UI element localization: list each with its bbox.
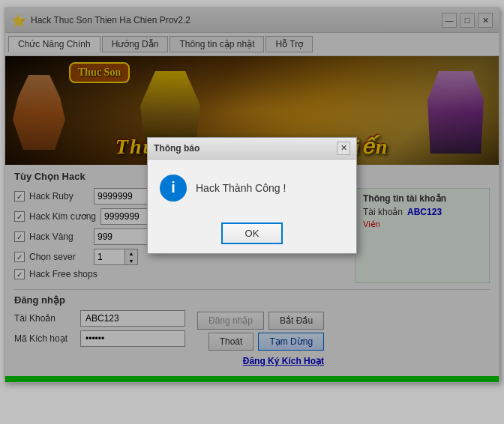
modal-overlay: Thông báo ✕ i Hack Thành Công ! OK [5,8,499,382]
modal-dialog: Thông báo ✕ i Hack Thành Công ! OK [147,137,357,254]
modal-footer: OK [148,216,356,253]
modal-title: Thông báo [154,143,200,154]
modal-ok-button[interactable]: OK [221,222,284,244]
modal-title-bar: Thông báo ✕ [148,138,356,160]
modal-body: i Hack Thành Công ! [148,160,356,216]
modal-close-button[interactable]: ✕ [337,142,350,155]
main-window: ⭐ Hack Thuc Son Thien Ha Chien Prov2.2 —… [4,7,500,383]
modal-message: Hack Thành Công ! [196,182,286,194]
modal-info-icon: i [160,175,187,202]
